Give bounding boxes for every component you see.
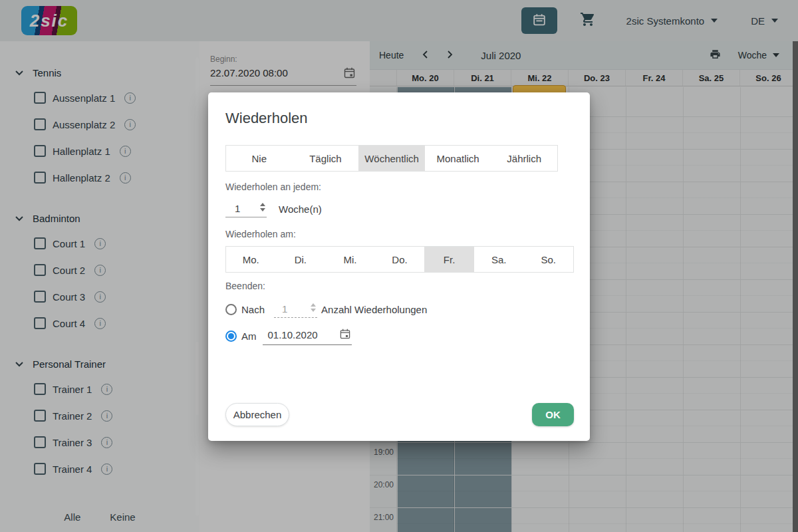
stepper-icon[interactable] (311, 303, 316, 312)
weekday-button[interactable]: Mo. (226, 247, 276, 272)
interval-value: 1 (235, 203, 240, 214)
end-on-radio[interactable] (225, 331, 237, 342)
end-date-value: 01.10.2020 (268, 329, 318, 340)
cancel-button[interactable]: Abbrechen (225, 403, 289, 426)
end-after-suffix: Anzahl Wiederholungen (321, 304, 427, 315)
weekday-button[interactable]: Sa. (474, 247, 524, 272)
weekday-button[interactable]: Do. (375, 247, 425, 272)
end-on-label: Am (241, 331, 257, 342)
weekday-button[interactable]: Mi. (325, 247, 375, 272)
frequency-tab[interactable]: Jährlich (491, 146, 557, 171)
dialog-title: Wiederholen (225, 110, 574, 127)
occurrence-count-value: 1 (282, 303, 287, 315)
stepper-icon[interactable] (260, 203, 265, 211)
weekday-bar: Mo.Di.Mi.Do.Fr.Sa.So. (225, 246, 574, 273)
repeat-dialog: Wiederholen NieTäglichWöchentlichMonatli… (208, 92, 590, 441)
end-after-row: Nach 1 Anzahl Wiederholungen (225, 299, 574, 319)
app-root: 2sic 2sic Systemkonto DE TennisAussenpla… (0, 0, 798, 532)
interval-row: 1 Woche(n) (225, 199, 574, 219)
frequency-tabs: NieTäglichWöchentlichMonatlichJährlich (225, 145, 558, 172)
occurrence-count-input[interactable]: 1 (274, 301, 317, 318)
weekday-button[interactable]: Di. (276, 247, 326, 272)
end-label: Beenden: (225, 281, 574, 291)
end-date-input[interactable]: 01.10.2020 (263, 327, 352, 345)
weekdays-label: Wiederholen am: (225, 229, 574, 239)
interval-unit: Woche(n) (279, 203, 322, 215)
end-after-label: Nach (241, 304, 265, 315)
interval-label: Wiederholen an jedem: (225, 182, 574, 192)
interval-input[interactable]: 1 (225, 200, 267, 217)
end-on-row: Am 01.10.2020 (225, 325, 574, 347)
weekday-button[interactable]: So. (523, 247, 573, 272)
frequency-tab[interactable]: Monatlich (425, 146, 491, 171)
weekday-button[interactable]: Fr. (424, 247, 474, 272)
end-after-radio[interactable] (225, 304, 237, 315)
calendar-icon[interactable] (340, 329, 350, 342)
frequency-tab[interactable]: Wöchentlich (358, 146, 425, 171)
ok-button[interactable]: OK (532, 403, 574, 426)
frequency-tab[interactable]: Täglich (293, 146, 359, 171)
frequency-tab[interactable]: Nie (226, 146, 293, 171)
